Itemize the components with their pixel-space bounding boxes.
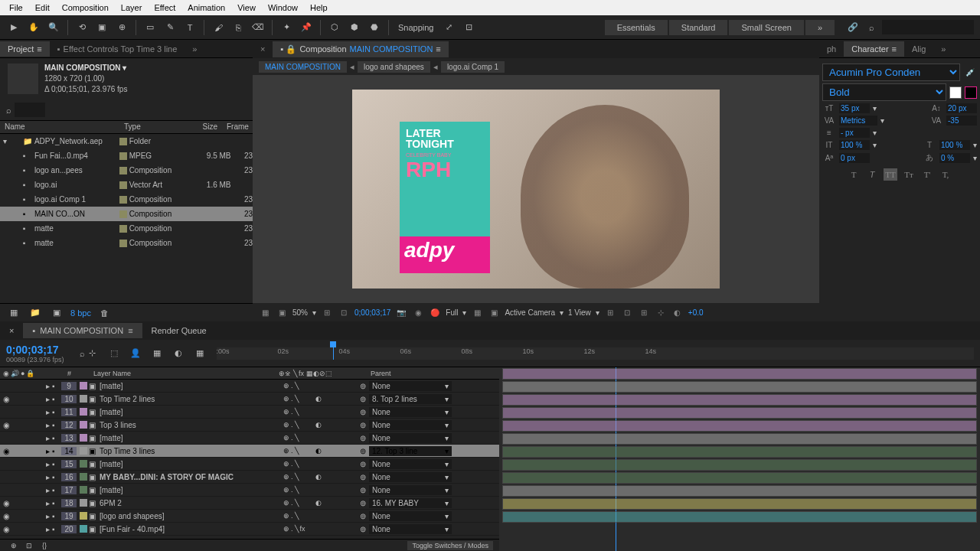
selection-tool-icon[interactable]: ▶ (6, 20, 21, 35)
menu-edit[interactable]: Edit (29, 2, 56, 14)
magnify-icon[interactable]: ▦ (259, 306, 271, 318)
draft3d-icon[interactable]: ⬚ (106, 346, 122, 361)
toggle-switches-button[interactable]: Toggle Switches / Modes (407, 541, 493, 550)
toggle-pane-icon[interactable]: {} (37, 538, 52, 552)
parent-select[interactable]: None▾ (369, 407, 452, 417)
pickwhip-icon[interactable]: ⊚ (360, 447, 366, 455)
chevron-down-icon[interactable]: ▾ (873, 129, 877, 137)
transparency-icon[interactable]: ▦ (471, 306, 483, 318)
parent-select[interactable]: None▾ (369, 524, 452, 534)
comp-mini-flowchart-icon[interactable]: ⊹ (85, 346, 100, 361)
clone-tool-icon[interactable]: ⎘ (230, 20, 246, 35)
timeline-layer-row[interactable]: ◉ ▸ ▪ 12 ▣ Top 3 lines ⊕.╲◐ ⊚None▾ (0, 419, 499, 432)
character-tab[interactable]: Character ≡ (844, 41, 904, 57)
parent-select[interactable]: None▾ (369, 511, 452, 521)
breadcrumb-main[interactable]: MAIN COMPOSITION (259, 61, 347, 73)
stroke-width-input[interactable]: - px (839, 128, 870, 138)
timeline-layer-row[interactable]: ▸ ▪ 16 ▣ MY BABY...DINI: A STORY OF MAGI… (0, 471, 499, 484)
resolution-select[interactable]: Full (446, 308, 458, 317)
visibility-icon[interactable]: ◉ (3, 395, 10, 403)
menu-layer[interactable]: Layer (115, 2, 149, 14)
hscale-input[interactable]: 100 % (939, 140, 970, 150)
pixel-aspect-icon[interactable]: ⊞ (604, 306, 616, 318)
layer-bar[interactable] (502, 381, 977, 393)
roto-tool-icon[interactable]: ✦ (279, 20, 294, 35)
timeline-layer-row[interactable]: ▸ ▪ 15 ▣ [matte] ⊕.╲ ⊚None▾ (0, 458, 499, 471)
menu-view[interactable]: View (231, 2, 262, 14)
pickwhip-icon[interactable]: ⊚ (360, 421, 366, 429)
parent-select[interactable]: None▾ (369, 433, 452, 443)
parent-select[interactable]: 12. Top 3 line▾ (369, 446, 452, 456)
interpret-icon[interactable]: ▦ (6, 305, 21, 321)
puppet-tool-icon[interactable]: 📌 (299, 20, 314, 35)
visibility-icon[interactable]: ◉ (3, 499, 10, 507)
pickwhip-icon[interactable]: ⊚ (360, 408, 366, 416)
layer-bar[interactable] (502, 511, 977, 523)
search-icon[interactable]: ⌕ (6, 106, 11, 115)
panel-overflow[interactable]: » (185, 41, 204, 57)
pan-behind-tool-icon[interactable]: ⊕ (114, 20, 129, 35)
layer-bar[interactable] (502, 420, 977, 432)
breadcrumb-logoai[interactable]: logo.ai Comp 1 (441, 61, 505, 73)
layer-bar[interactable] (502, 498, 977, 510)
parent-select[interactable]: None▾ (369, 485, 452, 495)
link-icon[interactable]: 🔗 (845, 20, 861, 35)
pickwhip-icon[interactable]: ⊚ (360, 499, 366, 507)
chevron-down-icon[interactable]: ▾ (973, 141, 977, 149)
timeline-layer-row[interactable]: ◉ ▸ ▪ 20 ▣ [Fun Fair - 40.mp4] ⊕.╲fx ⊚No… (0, 523, 499, 536)
layer-bar[interactable] (502, 485, 977, 497)
flowchart-icon[interactable]: ⊹ (655, 306, 667, 318)
bold-button[interactable]: T (847, 168, 861, 181)
timeline-layer-row[interactable]: ▸ ▪ 9 ▣ [matte] ⊕.╲ ⊚None▾ (0, 380, 499, 393)
fast-preview-icon[interactable]: ⊡ (621, 306, 633, 318)
timeline-layer-row[interactable]: ◉ ▸ ▪ 14 ▣ Top Time 3 lines ⊕.╲◐ ⊚12. To… (0, 445, 499, 458)
chevron-down-icon[interactable]: ▾ (312, 308, 316, 317)
chevron-down-icon[interactable]: ▾ (880, 116, 884, 125)
view-select[interactable]: 1 View (568, 308, 591, 317)
align-tab[interactable]: Alig (904, 41, 933, 57)
text-tool-icon[interactable]: T (182, 20, 198, 35)
menu-help[interactable]: Help (304, 2, 334, 14)
camera-tool-icon[interactable]: ▣ (94, 20, 109, 35)
workspace-more[interactable]: » (805, 20, 835, 35)
pickwhip-icon[interactable]: ⊚ (360, 486, 366, 494)
graph-editor-icon[interactable]: ▦ (192, 346, 207, 361)
region-icon[interactable]: ⊡ (338, 306, 350, 318)
subscript-button[interactable]: T, (939, 168, 952, 181)
timeline-tab-main[interactable]: ▪ MAIN COMPOSITION ≡ (23, 323, 142, 338)
project-item[interactable]: ▪Fun Fai...0.mp4MPEG9.5 MB23 (0, 148, 253, 163)
grid-icon[interactable]: ▣ (276, 306, 288, 318)
parent-select[interactable]: None▾ (369, 472, 452, 482)
pickwhip-icon[interactable]: ⊚ (360, 512, 366, 520)
menu-effect[interactable]: Effect (148, 2, 181, 14)
project-item[interactable]: ▾📁ADPY_Network.aepFolder (0, 134, 253, 148)
vscale-input[interactable]: 100 % (839, 140, 870, 150)
layer-bar[interactable] (502, 407, 977, 419)
project-item[interactable]: ▪matteComposition23 (0, 236, 253, 250)
render-queue-tab[interactable]: Render Queue (142, 323, 216, 338)
chevron-down-icon[interactable]: ▾ (596, 308, 599, 317)
project-search-input[interactable] (15, 103, 45, 117)
rectangle-tool-icon[interactable]: ▭ (142, 20, 158, 35)
tsume-input[interactable]: 0 % (939, 153, 970, 163)
snapping-toggle-icon[interactable]: ⤢ (442, 20, 457, 35)
parent-select[interactable]: None▾ (369, 420, 452, 430)
bpc-label[interactable]: 8 bpc (70, 308, 91, 318)
project-item[interactable]: ▪logo an...peesComposition23 (0, 163, 253, 178)
search-icon[interactable]: ⌕ (864, 20, 879, 35)
pickwhip-icon[interactable]: ⊚ (360, 473, 366, 481)
time-ruler[interactable]: :00s02s04s06s08s10s12s14s (217, 347, 974, 360)
timeline-icon[interactable]: ⊞ (638, 306, 650, 318)
current-time[interactable]: 0;00;03;17 (6, 344, 64, 356)
kerning-select[interactable]: Metrics (839, 116, 877, 126)
chevron-down-icon[interactable]: ▾ (560, 308, 564, 317)
font-size-input[interactable]: 35 px (839, 103, 870, 113)
color-mgmt-icon[interactable]: 🔴 (429, 306, 441, 318)
layer-bar[interactable] (502, 433, 977, 445)
col-type[interactable]: Type (119, 121, 185, 133)
comp-icon[interactable]: ▣ (49, 305, 64, 321)
col-name[interactable]: Name (0, 121, 109, 133)
timeline-layer-row[interactable]: ▸ ▪ 11 ▣ [matte] ⊕.╲ ⊚None▾ (0, 406, 499, 419)
axis-view-icon[interactable]: ⬣ (367, 20, 382, 35)
stroke-swatch[interactable] (965, 86, 977, 99)
